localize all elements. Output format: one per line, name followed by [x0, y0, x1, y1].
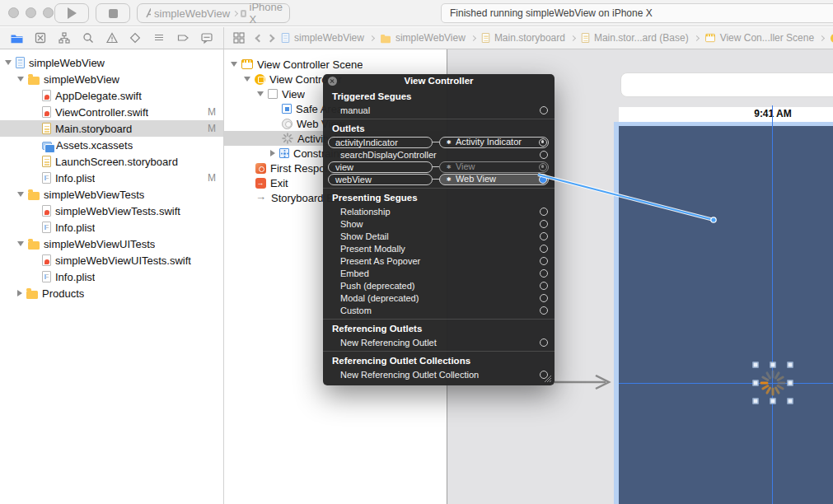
outlet-source-pill[interactable]: activityIndicator	[328, 137, 433, 148]
resize-handle-e[interactable]	[788, 380, 793, 386]
close-icon[interactable]	[328, 77, 337, 86]
file-row-products[interactable]: Products	[0, 285, 223, 301]
hud-row-new-referencing-outlet[interactable]: New Referencing Outlet	[323, 336, 555, 348]
source-control-navigator-button[interactable]	[32, 30, 49, 46]
resize-handle-w[interactable]	[753, 380, 759, 386]
outlet-destination-pill[interactable]: View	[439, 161, 549, 173]
hud-row-relationship[interactable]: Relationship	[323, 205, 555, 217]
symbol-navigator-button[interactable]	[56, 30, 73, 46]
issue-navigator-button[interactable]	[104, 30, 120, 46]
disclosure-triangle[interactable]	[257, 91, 264, 96]
stop-button[interactable]	[96, 3, 130, 23]
connection-well[interactable]	[539, 163, 547, 171]
file-row-uitests-plist[interactable]: Info.plist	[0, 268, 223, 285]
hud-row-present-modally[interactable]: Present Modally	[323, 242, 555, 254]
hud-row-show-detail[interactable]: Show Detail	[323, 230, 555, 242]
connection-well[interactable]	[540, 257, 548, 265]
disclosure-triangle[interactable]	[270, 150, 275, 156]
file-row-tests-group[interactable]: simpleWebViewTests	[0, 186, 223, 203]
hud-row-activityindicator[interactable]: activityIndicator Activity Indicator	[323, 136, 555, 148]
close-window-button[interactable]	[8, 7, 19, 18]
breadcrumb-group[interactable]: simpleWebView	[380, 32, 466, 44]
disclosure-triangle[interactable]	[17, 241, 24, 246]
outlet-source-pill[interactable]: view	[328, 161, 433, 173]
zoom-window-button[interactable]	[43, 7, 54, 18]
outlet-source-pill[interactable]: webView	[328, 174, 433, 185]
resize-handle-s[interactable]	[770, 399, 776, 404]
resize-handle-n[interactable]	[770, 362, 776, 368]
disclosure-triangle[interactable]	[244, 77, 250, 82]
breadcrumb-storyboard-base[interactable]: Main.stor...ard (Base)	[581, 32, 689, 44]
connection-well[interactable]	[539, 175, 547, 184]
minimize-window-button[interactable]	[26, 7, 36, 18]
resize-handle-ne[interactable]	[788, 362, 793, 368]
resize-handle-sw[interactable]	[753, 399, 759, 404]
disclosure-triangle[interactable]	[17, 290, 22, 296]
connection-well[interactable]	[540, 151, 548, 159]
hud-row-searchdisplaycontroller[interactable]: searchDisplayController	[323, 148, 555, 161]
file-row-tests-swift[interactable]: simpleWebViewTests.swift	[0, 203, 223, 219]
file-row-appdelegate[interactable]: AppDelegate.swift	[0, 87, 223, 104]
resize-handle-nw[interactable]	[753, 362, 759, 368]
file-row-uitests-swift[interactable]: simpleWebViewUITests.swift	[0, 252, 223, 268]
hud-row-push-deprecated[interactable]: Push (deprecated)	[323, 279, 555, 292]
hud-row-manual[interactable]: manual	[323, 104, 555, 116]
project-navigator-button[interactable]	[8, 30, 25, 46]
connection-well[interactable]	[540, 232, 548, 240]
breakpoint-navigator-button[interactable]	[175, 30, 191, 46]
connection-well[interactable]	[540, 269, 548, 278]
disclosure-triangle[interactable]	[231, 62, 237, 67]
go-forward-button[interactable]	[267, 34, 275, 42]
file-row-project[interactable]: simpleWebView	[0, 54, 223, 71]
hud-row-modal-deprecated[interactable]: Modal (deprecated)	[323, 292, 555, 304]
connection-well[interactable]	[540, 245, 548, 253]
connection-well[interactable]	[540, 220, 548, 228]
breadcrumb-project[interactable]: simpleWebView	[281, 32, 364, 44]
diamond-icon	[129, 31, 142, 44]
disclosure-triangle[interactable]	[17, 77, 24, 82]
file-row-launchscreen[interactable]: LaunchScreen.storyboard	[0, 153, 223, 170]
hud-row-custom[interactable]: Custom	[323, 304, 555, 316]
hud-row-show[interactable]: Show	[323, 217, 555, 230]
disclosure-triangle[interactable]	[5, 60, 12, 65]
related-items-button[interactable]	[232, 30, 246, 46]
file-row-group[interactable]: simpleWebView	[0, 71, 223, 87]
file-row-tests-plist[interactable]: Info.plist	[0, 219, 223, 236]
connection-well[interactable]	[540, 338, 548, 347]
hud-resize-handle[interactable]	[543, 374, 552, 383]
outlet-destination-pill[interactable]: Web View	[439, 174, 549, 185]
connection-well[interactable]	[540, 106, 548, 114]
hud-row-new-referencing-outlet-collection[interactable]: New Referencing Outlet Collection	[323, 368, 555, 380]
outlet-destination-pill[interactable]: Activity Indicator	[439, 137, 549, 148]
hud-row-webview[interactable]: webView Web View	[323, 173, 555, 185]
outline-row-scene[interactable]: View Controller Scene	[224, 57, 447, 72]
resize-handle-se[interactable]	[788, 399, 793, 404]
hud-row-present-as-popover[interactable]: Present As Popover	[323, 254, 555, 267]
go-back-button[interactable]	[255, 34, 264, 42]
file-row-infoplist[interactable]: Info.plistM	[0, 170, 223, 186]
run-button[interactable]	[54, 3, 89, 23]
hud-row-view[interactable]: view View	[323, 161, 555, 173]
file-row-main-storyboard[interactable]: Main.storyboardM	[0, 120, 223, 137]
disclosure-triangle[interactable]	[17, 192, 24, 197]
connection-well[interactable]	[540, 306, 548, 315]
file-row-assets[interactable]: Assets.xcassets	[0, 137, 223, 153]
breadcrumb-view-controller[interactable]: Vi	[830, 32, 833, 44]
test-navigator-button[interactable]	[127, 30, 143, 46]
connection-well[interactable]	[540, 282, 548, 290]
scheme-selector[interactable]: simpleWebView iPhone X	[137, 3, 290, 23]
activity-indicator-spinner[interactable]	[754, 364, 792, 402]
connection-well[interactable]	[539, 138, 547, 147]
modified-badge: M	[208, 123, 216, 134]
connection-well[interactable]	[540, 208, 548, 216]
web-view-surface[interactable]	[619, 126, 833, 504]
debug-navigator-button[interactable]	[151, 30, 167, 46]
find-navigator-button[interactable]	[80, 30, 96, 46]
hud-row-embed[interactable]: Embed	[323, 267, 555, 279]
file-row-viewcontroller[interactable]: ViewController.swiftM	[0, 104, 223, 120]
connection-well[interactable]	[540, 294, 548, 302]
breadcrumb-scene[interactable]: View Con...ller Scene	[704, 32, 815, 44]
report-navigator-button[interactable]	[199, 30, 215, 46]
breadcrumb-storyboard[interactable]: Main.storyboard	[481, 32, 565, 44]
file-row-uitests-group[interactable]: simpleWebViewUITests	[0, 236, 223, 252]
